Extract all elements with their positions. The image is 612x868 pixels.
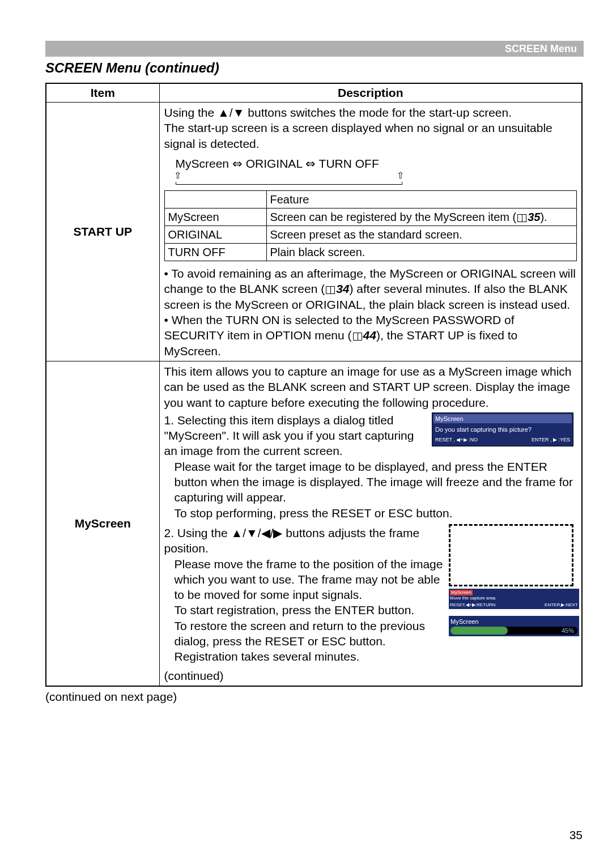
startup-bullet1: • To avoid remaining as an afterimage, t… [164,266,577,312]
th-desc: Description [159,83,582,103]
ms-step1b: Please wait for the target image to be d… [175,459,577,505]
page-number: 35 [570,828,583,842]
status-bar-title: MyScreen [450,590,473,595]
opt-original-name: ORIGINAL [164,226,266,244]
opt-ms-b: ). [540,211,547,223]
book-icon [326,286,335,294]
progress-title: MyScreen [450,618,577,626]
ms-intro: This item allows you to capture an image… [164,364,577,410]
capture-frame [449,524,573,586]
startup-bullet2: • When the TURN ON is selected to the My… [164,312,577,359]
opt-turnoff-name: TURN OFF [164,244,266,261]
opt-turnoff-desc: Plain black screen. [266,244,577,261]
startup-intro2: The start-up screen is a screen displaye… [164,120,577,151]
progress-bar: 45% [450,627,577,635]
dialog-yes: ENTER , ▶ :YES [532,437,570,444]
feature-empty [164,191,266,209]
th-item: Item [46,83,159,103]
ms-step2e: Registration takes several minutes. [175,649,577,664]
dialog-no: RESET , ◀+▶ :NO [435,437,478,444]
continued-footer: (continued on next page) [45,690,177,704]
opt-myscreen-desc: Screen can be registered by the MyScreen… [266,209,577,226]
dialog-title: MyScreen [434,414,572,423]
status-bar: MyScreen Move the capture area. RESET,◀+… [449,589,579,609]
opt-ms-ref: 35 [528,211,540,223]
frame-diagram: MyScreen Move the capture area. RESET,◀+… [449,524,573,626]
dialog-body: Do you start capturing this picture? [434,423,572,436]
cycle-arrow-diagram [176,173,402,185]
myscreen-dialog: MyScreen Do you start capturing this pic… [432,412,573,446]
feature-table: Feature MyScreen Screen can be registere… [164,190,577,261]
book-icon [353,333,362,341]
main-table: Item Description START UP Using the ▲/▼ … [45,83,583,687]
ms-continued: (continued) [164,668,577,683]
progress-box: MyScreen 45% [449,616,579,636]
row-myscreen-desc: This item allows you to capture an image… [159,361,582,686]
b1ref: 34 [336,282,349,295]
status-left: RESET,◀+▶:RETURN [450,602,495,608]
status-bar-line: Move the capture area. [450,595,578,601]
opt-ms-a: Screen can be registered by the MyScreen… [270,211,517,223]
header-bar: SCREEN Menu [45,41,584,57]
row-myscreen-item: MyScreen [46,361,159,686]
row-startup-desc: Using the ▲/▼ buttons switches the mode … [159,103,582,361]
ms-step1c: To stop performing, press the RESET or E… [175,505,577,521]
opt-myscreen-name: MyScreen [164,209,266,226]
header-bar-label: SCREEN Menu [505,43,577,55]
row-startup-item: START UP [46,103,159,361]
section-title: SCREEN Menu (continued) [45,60,219,76]
progress-fill [450,627,508,635]
startup-cycle: MyScreen ⇔ ORIGINAL ⇔ TURN OFF [176,156,577,171]
status-right: ENTER,▶:NEXT [545,602,578,608]
progress-pct: 45% [562,627,574,635]
b2ref: 44 [363,329,376,342]
opt-original-desc: Screen preset as the standard screen. [266,226,577,244]
feature-header: Feature [266,191,577,209]
startup-intro1: Using the ▲/▼ buttons switches the mode … [164,105,577,120]
book-icon [517,214,526,222]
